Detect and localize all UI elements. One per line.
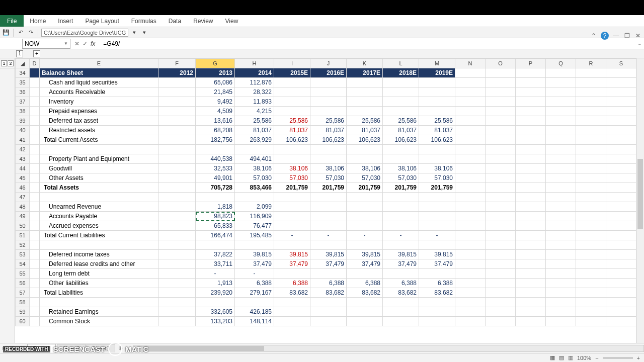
cell[interactable]: 98,823 [196,212,235,221]
select-all-cell[interactable]: ◢ [16,59,30,68]
cell[interactable]: 2,099 [235,202,274,212]
cell[interactable]: 239,920 [196,288,235,298]
cell[interactable]: 25,586 [274,116,310,126]
cell[interactable]: 37,479 [235,259,274,269]
spreadsheet-grid[interactable]: ◢DEFGHIJKLMNOPQRS 34Balance Sheet2012201… [15,58,636,343]
cell[interactable]: - [196,269,235,279]
cell[interactable]: 201,759 [347,183,383,193]
cell[interactable]: 21,845 [196,87,235,97]
cell[interactable] [347,221,383,231]
cell[interactable]: 6,388 [274,279,310,288]
row-header-46[interactable]: 46 [16,183,30,193]
cell[interactable]: 195,485 [235,231,274,240]
col-header-J[interactable]: J [310,59,347,68]
cell[interactable]: 6,388 [383,279,419,288]
cell[interactable] [347,212,383,221]
name-box[interactable]: NOW ▼ [22,39,70,49]
cell[interactable] [310,269,347,279]
vertical-scrollbar[interactable] [636,58,644,343]
cell[interactable] [158,317,196,326]
cell[interactable] [158,107,196,116]
cell[interactable] [158,135,196,145]
col-header-L[interactable]: L [383,59,419,68]
cell[interactable] [310,307,347,317]
cell[interactable]: 116,909 [235,212,274,221]
cancel-icon[interactable]: ✕ [74,40,79,47]
zoom-level[interactable]: 100% [577,355,591,361]
cell[interactable]: 106,623 [347,135,383,145]
enter-icon[interactable]: ✓ [83,40,88,47]
cell[interactable]: 6,388 [347,279,383,288]
cell[interactable]: 25,586 [347,116,383,126]
cell[interactable]: 37,479 [274,259,310,269]
cell[interactable]: 4,215 [235,107,274,116]
cell[interactable] [274,107,310,116]
cell[interactable] [347,78,383,87]
cell[interactable]: - [274,231,310,240]
cell[interactable]: 201,759 [383,183,419,193]
col-header-S[interactable]: S [606,59,636,68]
cell[interactable]: 201,759 [419,183,455,193]
outline-row-1[interactable]: 1 [1,60,7,66]
tab-page-layout[interactable]: Page Layout [79,15,125,27]
col-header-P[interactable]: P [516,59,546,68]
row-header-50[interactable]: 50 [16,221,30,231]
row-header-42[interactable]: 42 [16,145,30,154]
cell[interactable]: 37,479 [347,259,383,269]
cell[interactable]: 83,682 [419,288,455,298]
undo-icon[interactable]: ↶ [17,29,25,37]
tab-data[interactable]: Data [163,15,187,27]
cell[interactable] [310,154,347,164]
zoom-slider[interactable] [603,357,633,359]
cell[interactable] [158,87,196,97]
window-minimize-icon[interactable]: — [612,32,620,40]
cell[interactable]: 83,682 [310,288,347,298]
tab-file[interactable]: File [0,15,24,27]
row-header-55[interactable]: 55 [16,269,30,279]
cell[interactable] [383,154,419,164]
row-header-58[interactable]: 58 [16,298,30,307]
row-header-40[interactable]: 40 [16,126,30,135]
cell[interactable] [158,154,196,164]
cell[interactable] [274,307,310,317]
cell[interactable] [419,97,455,107]
cell[interactable]: 37,479 [310,259,347,269]
redo-icon[interactable]: ↷ [27,29,35,37]
cell[interactable] [383,269,419,279]
row-header-56[interactable]: 56 [16,279,30,288]
zoom-in-icon[interactable]: + [637,355,640,361]
cell[interactable] [158,221,196,231]
cell[interactable]: 201,759 [310,183,347,193]
cell[interactable]: 39,815 [419,250,455,259]
col-header-F[interactable]: F [158,59,196,68]
cell[interactable]: 25,586 [419,116,455,126]
cell[interactable] [347,269,383,279]
cell[interactable] [383,307,419,317]
cell[interactable]: - [347,231,383,240]
col-header-I[interactable]: I [274,59,310,68]
cell[interactable]: 57,030 [383,173,419,183]
row-header-44[interactable]: 44 [16,164,30,173]
cell[interactable]: 106,623 [310,135,347,145]
path-dropdown-icon[interactable]: ▾ [130,29,138,37]
cell[interactable] [419,317,455,326]
col-header-K[interactable]: K [347,59,383,68]
cell[interactable] [383,221,419,231]
cell[interactable]: 201,759 [274,183,310,193]
row-header-49[interactable]: 49 [16,212,30,221]
cell[interactable] [274,87,310,97]
cell[interactable]: 106,623 [383,135,419,145]
row-header-41[interactable]: 41 [16,135,30,145]
cell[interactable]: 38,106 [419,164,455,173]
outline-level-1[interactable]: 1 [16,50,23,57]
cell[interactable]: 166,474 [196,231,235,240]
cell[interactable] [383,97,419,107]
row-header-37[interactable]: 37 [16,97,30,107]
cell[interactable]: 49,901 [196,173,235,183]
col-header-G[interactable]: G [196,59,235,68]
col-header-M[interactable]: M [419,59,455,68]
row-header-47[interactable]: 47 [16,193,30,202]
cell[interactable]: 6,388 [419,279,455,288]
row-header-45[interactable]: 45 [16,173,30,183]
cell[interactable]: 83,682 [383,288,419,298]
